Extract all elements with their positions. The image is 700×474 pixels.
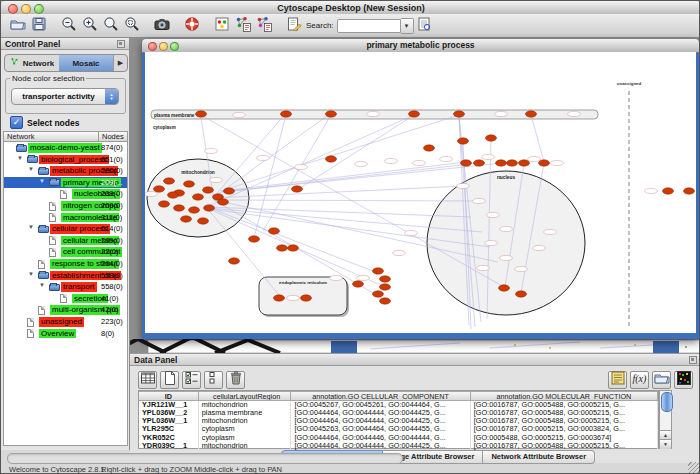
tree-column-network[interactable]: Network: [3, 131, 98, 142]
expand-arrow-icon[interactable]: ▼: [28, 271, 34, 277]
matrix-view-button[interactable]: [674, 371, 693, 389]
table-cell[interactable]: [GO:0045263, GO:0044464, GO:0044455, G..…: [291, 425, 470, 433]
network-node[interactable]: [203, 187, 214, 193]
network-node[interactable]: [507, 160, 518, 166]
attribute-checklist-button[interactable]: [182, 371, 201, 389]
create-attribute-button[interactable]: [160, 371, 179, 389]
network-node[interactable]: [526, 111, 537, 117]
table-cell[interactable]: YLR295C: [139, 425, 199, 433]
network-node[interactable]: [281, 111, 292, 117]
float-data-panel-icon[interactable]: [689, 356, 697, 364]
network-node[interactable]: [380, 284, 391, 290]
network-node[interactable]: [519, 160, 530, 166]
delete-attribute-button[interactable]: [226, 371, 245, 389]
tree-row[interactable]: macromolecule311(0): [4, 212, 127, 224]
expand-arrow-icon[interactable]: ▼: [39, 282, 45, 288]
network-node[interactable]: [229, 258, 240, 264]
region-nucleus[interactable]: [427, 171, 585, 315]
help-lifesaver-button[interactable]: [181, 16, 202, 35]
open-file-button[interactable]: [7, 16, 28, 35]
search-dropdown-button[interactable]: ▼: [401, 18, 414, 34]
window-titlebar[interactable]: Cytoscape Desktop (New Session): [1, 1, 700, 15]
vizmapper-button[interactable]: [211, 16, 232, 35]
table-cell[interactable]: YJR121W__1: [139, 401, 199, 409]
table-column-header[interactable]: annotation.GO CELLULAR_COMPONENT: [291, 391, 470, 401]
zoom-out-button[interactable]: [58, 16, 79, 35]
tree-column-nodes[interactable]: Nodes: [98, 131, 128, 142]
network-node[interactable]: [454, 111, 465, 117]
tree-row[interactable]: ▼biological_process651(0): [4, 154, 127, 166]
network-node[interactable]: [663, 188, 674, 194]
tree-row[interactable]: cell communicat22(0): [4, 246, 127, 258]
network-node[interactable]: [189, 207, 200, 213]
network-node[interactable]: [269, 228, 280, 234]
network-node[interactable]: [373, 291, 384, 297]
network-node[interactable]: [373, 268, 384, 274]
network-node[interactable]: [326, 156, 337, 162]
table-cell[interactable]: mitochondrion: [199, 417, 292, 425]
network-node[interactable]: [277, 245, 288, 251]
scroll-down-button[interactable]: ▼: [660, 439, 671, 449]
network-node[interactable]: [380, 298, 391, 304]
tree-row[interactable]: nitrogen compo209(0): [4, 200, 127, 212]
network-node[interactable]: [684, 188, 695, 194]
new-network-button[interactable]: [253, 16, 274, 35]
table-cell[interactable]: [GO:0016787, GO:0005488, GO:0005215, G..…: [471, 409, 658, 417]
attribute-form-button[interactable]: [608, 371, 627, 389]
tree-row[interactable]: secretion41(0): [4, 293, 127, 305]
tree-row[interactable]: ▼cellular process614(0): [4, 223, 127, 235]
table-cell[interactable]: plasma membrane: [199, 409, 292, 417]
table-column-header[interactable]: ID: [139, 391, 199, 401]
network-node[interactable]: [181, 216, 192, 222]
import-attributes-button[interactable]: [652, 371, 671, 389]
float-panel-icon[interactable]: [117, 40, 125, 48]
table-cell[interactable]: [GO:0044464, GO:0044444, GO:0044425, G..…: [291, 409, 470, 417]
tree-row[interactable]: ▼transport558(0): [4, 281, 127, 293]
table-cell[interactable]: cytoplasm: [199, 425, 292, 433]
network-node[interactable]: [424, 145, 435, 151]
network-node[interactable]: [496, 160, 507, 166]
tree-row[interactable]: multi-organism pro42(0): [4, 304, 127, 316]
zoom-fit-button[interactable]: [100, 16, 121, 35]
network-node[interactable]: [184, 181, 195, 187]
network-node[interactable]: [154, 186, 165, 192]
network-node[interactable]: [168, 192, 179, 198]
save-session-button[interactable]: [28, 16, 49, 35]
tree-row[interactable]: nucleobase-209(0): [4, 188, 127, 200]
expand-arrow-icon[interactable]: ▼: [39, 178, 45, 184]
network-node[interactable]: [353, 281, 364, 287]
table-scrollbar[interactable]: ▲ ▼: [659, 390, 672, 449]
more-tabs-button[interactable]: ▶: [113, 55, 127, 71]
node-color-dropdown[interactable]: transporter activity ▲▼: [11, 88, 119, 105]
table-cell[interactable]: [GO:0045267, GO:0045261, GO:0044464, G..…: [291, 401, 470, 409]
table-row[interactable]: YJR121W__1mitochondrion[GO:0045267, GO:0…: [139, 401, 658, 409]
network-node[interactable]: [204, 205, 215, 211]
network-node[interactable]: [539, 160, 550, 166]
network-node[interactable]: [159, 201, 170, 207]
table-cell[interactable]: [GO:0016787, GO:0005488, GO:0005215, G..…: [471, 401, 658, 409]
network-canvas[interactable]: plasma membranecytoplasmmitochondrionnuc…: [145, 52, 696, 333]
table-cell[interactable]: mitochondrion: [199, 401, 292, 409]
tab-mosaic[interactable]: Mosaic: [59, 55, 113, 71]
network-node[interactable]: [218, 199, 229, 205]
annotation-button[interactable]: [283, 16, 304, 35]
tree-row[interactable]: cellular metabo209(0): [4, 235, 127, 247]
search-options-button[interactable]: [414, 16, 435, 35]
network-node[interactable]: [458, 138, 469, 144]
tab-network[interactable]: Network: [5, 55, 59, 71]
select-attributes-button[interactable]: [138, 371, 157, 389]
network-node[interactable]: [196, 111, 207, 117]
table-column-header[interactable]: annotation.GO MOLECULAR_FUNCTION: [471, 391, 658, 401]
network-node[interactable]: [516, 291, 527, 297]
tree-row[interactable]: response to stimul264(0): [4, 258, 127, 270]
table-cell[interactable]: [GO:0044464, GO:0044446, GO:0044444, G..…: [291, 434, 470, 442]
search-input[interactable]: [337, 19, 401, 33]
network-node[interactable]: [409, 111, 420, 117]
expand-arrow-icon[interactable]: ▼: [28, 166, 34, 172]
zoom-in-button[interactable]: [79, 16, 100, 35]
network-node[interactable]: [288, 245, 299, 251]
table-cell[interactable]: [GO:0016787, GO:0005215, GO:0003824, G..…: [471, 425, 658, 433]
scrollbar-thumb[interactable]: [661, 392, 673, 412]
network-node[interactable]: [292, 186, 303, 192]
snapshot-camera-button[interactable]: [151, 16, 172, 35]
